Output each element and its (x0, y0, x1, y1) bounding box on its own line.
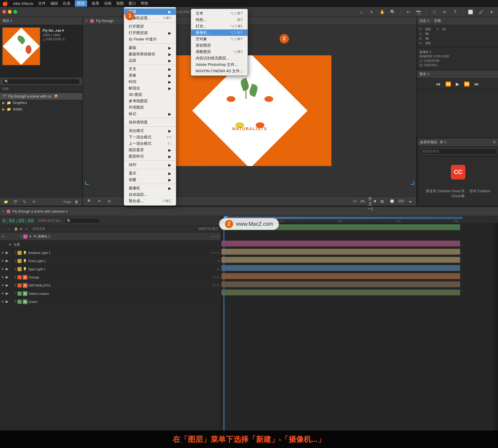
menu-item-next-blend[interactable]: 下一混合模式 ⇧= (124, 134, 176, 140)
new-null-item[interactable]: 空对象 ⌥⇧⌘Y (191, 36, 248, 42)
new-content-aware-item[interactable]: 内容识别填充图层... (191, 55, 248, 61)
preview-play-button[interactable]: ▶ (455, 80, 460, 88)
menu-item-3d-layer[interactable]: 3D 图层 (124, 91, 176, 98)
comp-toggle-grid[interactable]: ⊞ (105, 197, 113, 205)
effects-tab[interactable]: 效果和预设 (420, 140, 437, 145)
layer-5-visibility[interactable]: 👁 (1, 275, 5, 279)
menu-item-open-layer[interactable]: 打开图层 (124, 23, 176, 30)
comp-zoom-out[interactable]: 🔍 (85, 197, 93, 205)
eraser-tool[interactable]: 🖊 (477, 8, 485, 16)
current-time-display[interactable]: 0;00;00;00 (2, 218, 34, 224)
pen-tool[interactable]: ✏ (441, 8, 449, 16)
new-photoshop-item[interactable]: Adobe Photoshop 文件... (191, 61, 248, 68)
timeline-close-button[interactable]: × (2, 209, 4, 214)
zoom-tool[interactable]: 🔍 (389, 8, 397, 16)
layer-dropdown-menu[interactable]: 新建 ▶ 摄像机设置... ⇧⌘Y 打开图层 打开图层源 ▶ 在 Finder … (124, 7, 176, 206)
layer-7-expand[interactable]: ▶ (6, 292, 10, 295)
comp-grid-button[interactable]: ⊞ (378, 197, 386, 205)
preview-fwd-button[interactable]: ⏩ (463, 80, 471, 88)
project-item-comp[interactable]: 🎬 Fly through a scene with ca 📦 (0, 93, 82, 100)
menu-item-guide-layer[interactable]: 参考线图层 (124, 98, 176, 104)
new-text-item[interactable]: 文本 ⌥⇧⌘T (191, 10, 248, 17)
brush-tool[interactable]: ⬜ (467, 8, 475, 16)
comp-render-button[interactable]: ☁ (406, 197, 414, 205)
new-shape-item[interactable]: 形状图层 (191, 42, 248, 49)
hand-tool[interactable]: ✋ (378, 8, 386, 16)
menubar-window[interactable]: 窗口 (128, 1, 136, 6)
menu-item-mask[interactable]: 蒙版 ▶ (124, 45, 176, 51)
preview-last-button[interactable]: ⏭ (473, 80, 480, 88)
layer-row-8[interactable]: 👁 ▶ 8 Ai Green (0, 298, 221, 306)
project-settings-button[interactable]: ⚙ (30, 198, 38, 206)
menu-item-finder[interactable]: 在 Finder 中显示 (124, 36, 176, 43)
home-button[interactable]: ⌂ (357, 8, 365, 16)
close-library-button[interactable]: ✕ (493, 140, 496, 144)
menu-item-camera-sub[interactable]: 摄像机 ▶ (124, 185, 176, 191)
menu-item-track-matte[interactable]: 跟踪遮罩 ▶ (124, 147, 176, 153)
menubar-file[interactable]: 文件 (38, 1, 46, 6)
menu-item-create[interactable]: 创建 ▶ (124, 177, 176, 183)
menu-item-blend-mode[interactable]: 混合模式 ▶ (124, 128, 176, 134)
menu-item-preserve-alpha[interactable]: 保持透明度 (124, 119, 176, 126)
library-tab[interactable]: 库 ≡ (440, 140, 446, 145)
new-adjustment-item[interactable]: 调整图层 ⌥⌘Y (191, 49, 248, 55)
layer-4-expand[interactable]: ▶ (6, 267, 10, 271)
preview-first-button[interactable]: ⏮ (435, 80, 442, 88)
menu-item-switches[interactable]: 开关 ▶ (124, 66, 176, 72)
layer-2-visibility[interactable]: 👁 (1, 251, 5, 255)
menubar-view[interactable]: 视图 (116, 1, 124, 6)
comp-view-options[interactable]: 👁 (95, 197, 103, 205)
layer-2-expand[interactable]: ▶ (6, 251, 10, 255)
minimize-button[interactable] (8, 10, 12, 14)
menu-item-precompose[interactable]: 预合成... ⇧⌘C (124, 198, 176, 204)
comp-view-layout[interactable]: ⬜ (388, 197, 396, 205)
timeline-search[interactable] (65, 218, 100, 223)
menu-item-arrange[interactable]: 排列 ▶ (124, 162, 176, 168)
menubar-animation[interactable]: 动画 (104, 1, 112, 6)
layer-row-5[interactable]: 👁 ▶ 5 Ai Orange ⊕/⊘ (0, 273, 221, 281)
menu-item-layer-styles[interactable]: 图层样式 ▶ (124, 153, 176, 160)
menu-item-quality[interactable]: 品质 ▶ (124, 57, 176, 64)
undo-button[interactable]: ↩ (404, 8, 412, 16)
close-button[interactable] (2, 10, 6, 14)
menubar-effects[interactable]: 效果 (92, 1, 99, 6)
menu-item-prev-blend[interactable]: 上一混合模式 ⇧- (124, 140, 176, 147)
maximize-button[interactable] (13, 10, 17, 14)
menu-item-display[interactable]: 显示 ▶ (124, 170, 176, 177)
project-item-graphics[interactable]: ▶ 📁 Graphics (0, 100, 82, 106)
new-submenu[interactable]: 文本 ⌥⇧⌘T 纯色... ⌘Y 灯光... ⌥⇧⌘L 摄像机... ⌥⇧⌘C … (191, 9, 248, 76)
layer-row-4[interactable]: 👁 ▶ 4 💡 Spot Light 1 ⊕ (0, 265, 221, 273)
new-light-item[interactable]: 灯光... ⌥⇧⌘L (191, 23, 248, 29)
info-tab[interactable]: 信息 ≡ (419, 18, 429, 23)
rect-tool[interactable]: □ (430, 8, 438, 16)
new-solid-item[interactable]: 纯色... ⌘Y (191, 17, 248, 23)
menu-item-open-source[interactable]: 打开图层源 ▶ (124, 30, 176, 36)
preview-back-button[interactable]: ⏪ (444, 80, 452, 88)
delete-button[interactable]: 🗑 (73, 198, 81, 206)
layer-6-expand[interactable]: ▶ (6, 283, 10, 287)
preview-tab[interactable]: 预览 ≡ (419, 72, 429, 77)
new-folder-button[interactable]: 📁 (2, 198, 10, 206)
media-replace-button[interactable]: 🔧 (20, 198, 29, 206)
layer-3-expand[interactable]: ▶ (6, 259, 10, 263)
menubar-app[interactable]: After Effects (13, 1, 33, 6)
puppet-tool[interactable]: ✦ (488, 8, 496, 16)
menubar-edit[interactable]: 编辑 (50, 1, 58, 6)
project-search-input[interactable] (2, 79, 80, 84)
layer-8-visibility[interactable]: 👁 (1, 300, 5, 304)
menu-item-frameblend[interactable]: 帧混合 ▶ (124, 85, 176, 91)
menu-item-transform[interactable]: 变换 ▶ (124, 72, 176, 79)
camera-tool[interactable]: 📷 (415, 8, 423, 16)
layer-row-3[interactable]: 👁 ▶ 3 💡 Point Light 1 ⊕ (0, 257, 221, 265)
layer-6-visibility[interactable]: 👁 (1, 283, 5, 288)
menu-item-mask-shape[interactable]: 蒙版和形状路径 ▶ (124, 51, 176, 57)
layer-7-visibility[interactable]: 👁 (1, 292, 5, 296)
menubar-layer[interactable]: 图层 (75, 0, 87, 7)
menubar-composition[interactable]: 合成 (63, 1, 70, 6)
comp-tab-label[interactable]: Fly through (96, 19, 114, 23)
new-camera-item[interactable]: 摄像机... ⌥⇧⌘C (191, 29, 248, 36)
layer-row-2[interactable]: 👁 ▶ 2 💡 Ambient Light 1 ⊕↺⊘ (0, 249, 221, 257)
comp-resolution[interactable]: (二分之一) ▼ (368, 197, 376, 205)
text-tool[interactable]: T (451, 8, 459, 16)
menu-item-markers[interactable]: 标记 ▶ (124, 111, 176, 117)
